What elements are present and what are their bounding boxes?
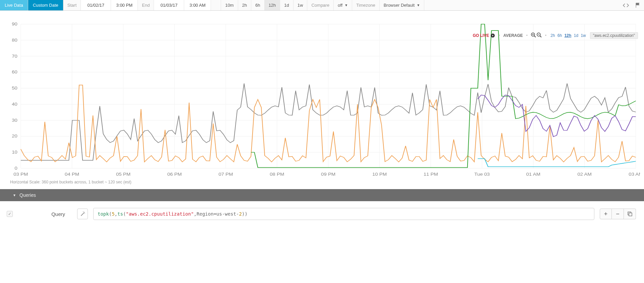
chart-header: GO LIVE • AVERAGE • • 2h 6h 12h 1d 1w "a… — [473, 32, 638, 39]
header-ranges: 2h 6h 12h 1d 1w — [550, 33, 586, 38]
chart-container: GO LIVE • AVERAGE • • 2h 6h 12h 1d 1w "a… — [0, 11, 644, 189]
svg-text:03 PM: 03 PM — [13, 172, 28, 176]
svg-text:70: 70 — [12, 54, 17, 58]
zoom-out-icon — [537, 33, 542, 38]
timezone-dropdown[interactable]: Browser Default ▼ — [380, 0, 424, 10]
svg-text:40: 40 — [12, 102, 17, 106]
end-label: End — [138, 0, 154, 10]
svg-text:01 AM: 01 AM — [526, 172, 540, 176]
zoom-out-button[interactable] — [537, 33, 542, 39]
svg-text:20: 20 — [12, 134, 17, 138]
svg-text:09 PM: 09 PM — [321, 172, 335, 176]
hdr-range-6h[interactable]: 6h — [557, 33, 562, 38]
query-label: Query — [18, 211, 72, 217]
range-12h[interactable]: 12h — [265, 0, 280, 10]
embed-code-button[interactable] — [620, 0, 632, 10]
range-1w[interactable]: 1w — [293, 0, 308, 10]
svg-text:08 PM: 08 PM — [270, 172, 284, 176]
copy-icon — [628, 212, 632, 216]
chevron-down-icon: ▾ — [13, 193, 15, 197]
code-icon — [623, 3, 629, 8]
play-circle-icon — [490, 33, 495, 38]
svg-text:06 PM: 06 PM — [167, 172, 182, 176]
range-1d[interactable]: 1d — [280, 0, 293, 10]
svg-text:10 PM: 10 PM — [372, 172, 387, 176]
tab-custom-date[interactable]: Custom Date — [28, 0, 63, 10]
chart-scale-note: Horizontal Scale: 360 point buckets acro… — [4, 178, 640, 188]
svg-text:02 AM: 02 AM — [578, 172, 592, 176]
start-label: Start — [63, 0, 81, 10]
hdr-range-1w[interactable]: 1w — [581, 33, 586, 38]
svg-line-6 — [540, 36, 541, 37]
zoom-in-button[interactable] — [531, 33, 536, 39]
query-builder-button[interactable] — [77, 209, 88, 219]
query-actions: + − — [600, 209, 636, 219]
metric-badge[interactable]: "aws.ec2.cpuutilization" — [590, 32, 638, 39]
svg-text:30: 30 — [12, 118, 17, 122]
range-2h[interactable]: 2h — [238, 0, 251, 10]
svg-text:10: 10 — [12, 150, 17, 155]
add-query-button[interactable]: + — [600, 209, 612, 219]
end-time-input[interactable] — [184, 0, 211, 10]
wand-icon — [80, 211, 85, 217]
svg-text:90: 90 — [12, 22, 17, 26]
remove-query-button[interactable]: − — [612, 209, 624, 219]
svg-point-54 — [84, 212, 85, 213]
flag-button[interactable] — [632, 0, 644, 10]
compare-label: Compare — [307, 0, 333, 10]
time-toolbar: Live Data Custom Date Start End 10m 2h 6… — [0, 0, 644, 11]
end-date-input[interactable] — [154, 0, 184, 10]
svg-rect-58 — [629, 213, 632, 216]
hdr-range-2h[interactable]: 2h — [550, 33, 555, 38]
start-time-input[interactable] — [111, 0, 138, 10]
compare-dropdown[interactable]: off ▼ — [334, 0, 352, 10]
compare-value: off — [338, 3, 342, 8]
svg-text:0: 0 — [15, 166, 17, 170]
svg-text:50: 50 — [12, 86, 17, 90]
zoom-in-icon — [531, 33, 536, 38]
separator-dot: • — [545, 33, 546, 38]
tab-live-data[interactable]: Live Data — [0, 0, 28, 10]
separator-dot: • — [498, 33, 500, 38]
range-10m[interactable]: 10m — [221, 0, 238, 10]
timeseries-chart[interactable]: 0102030405060708090 03 PM04 PM05 PM06 PM… — [4, 17, 640, 178]
svg-text:05 PM: 05 PM — [116, 172, 130, 176]
svg-text:07 PM: 07 PM — [219, 172, 233, 176]
svg-line-2 — [534, 36, 536, 37]
svg-point-56 — [85, 213, 85, 214]
timezone-value: Browser Default — [384, 3, 415, 8]
query-input[interactable]: topk(5, ts("aws.ec2.cpuutilization",Regi… — [93, 208, 594, 220]
range-6h[interactable]: 6h — [251, 0, 264, 10]
clone-query-button[interactable] — [624, 209, 636, 219]
svg-point-55 — [83, 212, 84, 212]
start-date-input[interactable] — [81, 0, 111, 10]
flag-icon — [635, 3, 641, 8]
svg-text:04 PM: 04 PM — [65, 172, 79, 176]
go-live-button[interactable]: GO LIVE — [473, 33, 495, 38]
aggregation-dropdown[interactable]: AVERAGE — [503, 33, 523, 38]
hdr-range-1d[interactable]: 1d — [574, 33, 578, 38]
query-row: ✓ Query topk(5, ts("aws.ec2.cpuutilizati… — [0, 201, 644, 227]
separator-dot: • — [526, 33, 528, 38]
hdr-range-12h[interactable]: 12h — [565, 33, 572, 38]
svg-text:80: 80 — [12, 38, 17, 42]
svg-text:60: 60 — [12, 70, 17, 74]
svg-text:Tue 03: Tue 03 — [474, 172, 490, 176]
svg-text:03 AM: 03 AM — [629, 172, 640, 176]
caret-down-icon: ▼ — [344, 3, 348, 7]
caret-down-icon: ▼ — [417, 3, 420, 7]
svg-text:11 PM: 11 PM — [424, 172, 438, 176]
queries-section-header[interactable]: ▾ Queries — [0, 189, 644, 201]
toolbar-spacer — [211, 0, 221, 10]
query-enabled-checkbox[interactable]: ✓ — [7, 211, 13, 217]
queries-label: Queries — [19, 192, 36, 198]
timezone-label: Timezone — [352, 0, 380, 10]
